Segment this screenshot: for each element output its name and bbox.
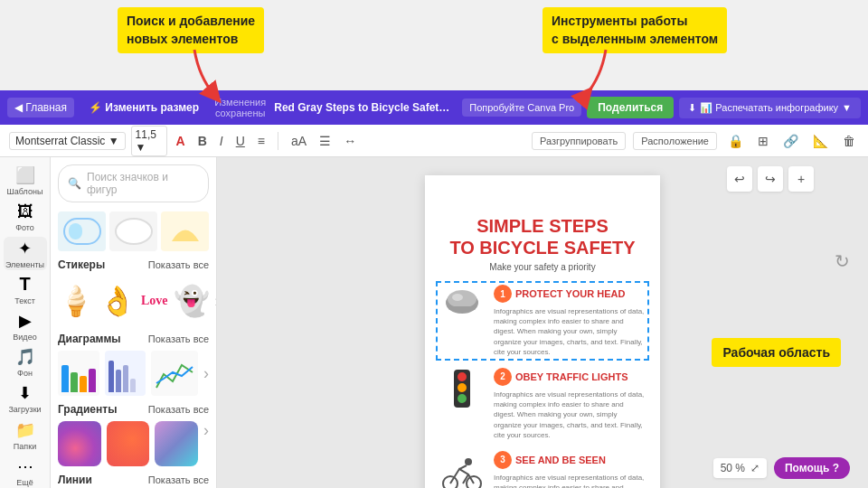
- share-button[interactable]: Поделиться: [587, 97, 674, 118]
- sidebar-item-video[interactable]: ▶ Видео: [4, 310, 47, 343]
- canvas-area: ↩ ↪ + SIMPLE STEPS TO BICYCLE SAFETY Mak…: [217, 157, 868, 488]
- gradient-2[interactable]: [107, 421, 150, 466]
- chart-line[interactable]: [151, 351, 198, 396]
- sidebar-item-uploads[interactable]: ⬇ Загрузки: [4, 382, 47, 415]
- case-button[interactable]: aA: [288, 132, 310, 150]
- gradient-3[interactable]: [155, 421, 198, 466]
- stickers-show-all[interactable]: Показать все: [148, 259, 209, 270]
- font-size-input[interactable]: 11,5 ▼: [131, 126, 167, 156]
- step-1-icon: [439, 285, 485, 317]
- underline-button[interactable]: U: [232, 132, 249, 150]
- sidebar-item-templates[interactable]: ⬜ Шаблоны: [4, 164, 47, 197]
- step-2[interactable]: 2 OBEY TRAFFIC LIGHTS Infographics are v…: [439, 368, 646, 440]
- arrow-left-svg: [167, 50, 222, 99]
- annotation-area: Поиск и добавление новых элементов Инстр…: [0, 0, 868, 90]
- saved-status: Изменения сохранены: [213, 97, 267, 118]
- step-1-title: 1 PROTECT YOUR HEAD: [494, 285, 646, 303]
- download-icon: ⬇: [688, 102, 696, 114]
- sidebar-item-photos[interactable]: 🖼 Фото: [4, 201, 47, 233]
- step-2-content: 2 OBEY TRAFFIC LIGHTS Infographics are v…: [494, 368, 646, 440]
- annotation-left: Поиск и добавление новых элементов: [118, 7, 264, 53]
- undo-button[interactable]: ↩: [727, 166, 752, 192]
- step-2-desc: Infographics are visual representations …: [494, 389, 646, 440]
- annotation-right: Инструменты работы с выделенным элементо…: [542, 7, 727, 53]
- stickers-scroll-right[interactable]: ›: [215, 292, 216, 311]
- sidebar-item-background[interactable]: 🎵 Фон: [4, 346, 47, 379]
- preview-shapes-row: [58, 211, 209, 251]
- step-3-title: 3 SEE AND BE SEEN: [494, 451, 646, 469]
- charts-section-header: Диаграммы Показать все: [58, 333, 209, 345]
- try-canva-button[interactable]: Попробуйте Canva Pro: [462, 99, 581, 117]
- sidebar-item-text[interactable]: T Текст: [4, 274, 47, 306]
- position-icon[interactable]: 📐: [809, 132, 832, 150]
- left-panel: ⬜ Шаблоны 🖼 Фото ✦ Элементы T Текст: [0, 157, 217, 488]
- sticker-ok[interactable]: 👌: [99, 277, 136, 325]
- link-icon[interactable]: 🔗: [779, 132, 802, 150]
- help-button[interactable]: Помощь ?: [774, 457, 850, 479]
- gradients-section-header: Градиенты Показать все: [58, 403, 209, 416]
- bold-button[interactable]: B: [194, 132, 211, 150]
- gradients-show-all[interactable]: Показать все: [148, 404, 209, 415]
- sidebar-item-folders[interactable]: 📁 Папки: [4, 419, 47, 452]
- sidebar-item-more[interactable]: ⋯ Ещё: [4, 455, 47, 488]
- zoom-control[interactable]: 50 % ⤢: [713, 458, 767, 478]
- lines-show-all[interactable]: Показать все: [148, 474, 209, 485]
- gradients-scroll-right[interactable]: ›: [203, 421, 209, 466]
- crop-icon[interactable]: ⊞: [754, 132, 772, 150]
- charts-scroll-right[interactable]: ›: [203, 364, 209, 383]
- toolbar-separator-1: [278, 132, 278, 150]
- sidebar: ⬜ Шаблоны 🖼 Фото ✦ Элементы T Текст: [0, 157, 51, 488]
- charts-row: ›: [58, 351, 209, 396]
- add-page-button[interactable]: +: [788, 166, 814, 192]
- sidebar-item-elements[interactable]: ✦ Элементы: [4, 237, 47, 269]
- step-3[interactable]: 3 SEE AND BE SEEN Infographics are visua…: [439, 451, 646, 488]
- preview-shape-1[interactable]: [58, 211, 106, 251]
- sticker-ghost[interactable]: 👻: [174, 277, 210, 325]
- svg-point-9: [458, 383, 467, 392]
- home-button[interactable]: ◀ Главная: [7, 98, 74, 117]
- sticker-love[interactable]: Love: [141, 277, 168, 325]
- sticker-icecream[interactable]: 🍦: [58, 277, 94, 325]
- redo-button[interactable]: ↪: [758, 166, 783, 192]
- preview-shape-3[interactable]: [161, 211, 209, 251]
- infographic-canvas[interactable]: SIMPLE STEPS TO BICYCLE SAFETY Make your…: [425, 175, 660, 488]
- navbar: ◀ Главная ⚡ Изменить размер Изменения со…: [0, 90, 868, 125]
- align-button[interactable]: ≡: [254, 132, 269, 150]
- italic-button[interactable]: I: [216, 132, 227, 150]
- step-2-icon: [439, 368, 485, 409]
- step-1[interactable]: 1 PROTECT YOUR HEAD Infographics are vis…: [439, 285, 646, 357]
- svg-rect-1: [69, 223, 82, 239]
- svg-point-6: [452, 294, 463, 301]
- list-button[interactable]: ☰: [316, 132, 335, 150]
- step-1-desc: Infographics are visual representations …: [494, 306, 646, 357]
- stickers-row: 🍦 👌 Love 👻 ›: [58, 277, 209, 325]
- toolbar-right: Разгруппировать Расположение 🔒 ⊞ 🔗 📐 🗑: [532, 132, 859, 150]
- svg-point-2: [116, 219, 152, 244]
- chart-bar-1[interactable]: [58, 351, 99, 396]
- workspace-callout: Рабочая область: [712, 338, 841, 367]
- lock-icon[interactable]: 🔒: [724, 132, 747, 150]
- svg-rect-5: [448, 306, 476, 310]
- bottom-bar: 50 % ⤢ Помощь ?: [713, 457, 850, 479]
- font-selector[interactable]: Montserrat Classic ▼: [9, 132, 126, 150]
- print-button[interactable]: ⬇ 📊 Распечатать инфографику ▼: [679, 98, 861, 118]
- chart-bar-2[interactable]: [105, 351, 146, 396]
- layout-button[interactable]: Расположение: [633, 132, 717, 150]
- arrow-right-svg: [579, 50, 633, 99]
- app-container: ◀ Главная ⚡ Изменить размер Изменения со…: [0, 90, 868, 488]
- gradient-1[interactable]: [58, 421, 101, 466]
- text-color-button[interactable]: A: [173, 132, 189, 150]
- resize-button[interactable]: ⚡ Изменить размер: [81, 98, 206, 117]
- formatting-toolbar: Montserrat Classic ▼ 11,5 ▼ A B I U ≡ aA…: [0, 125, 868, 157]
- spacing-button[interactable]: ↔: [340, 132, 360, 150]
- step-1-content: 1 PROTECT YOUR HEAD Infographics are vis…: [494, 285, 646, 357]
- document-title: Red Gray Steps to Bicycle Safety Infogra…: [274, 101, 455, 114]
- step-3-desc: Infographics are visual representations …: [494, 473, 646, 488]
- ungroup-button[interactable]: Разгруппировать: [532, 132, 626, 150]
- preview-shape-2[interactable]: [109, 211, 157, 251]
- expand-icon[interactable]: ⤢: [750, 462, 760, 474]
- refresh-button[interactable]: ↻: [835, 250, 850, 272]
- search-elements-box[interactable]: 🔍 Поиск значков и фигур: [58, 164, 209, 202]
- charts-show-all[interactable]: Показать все: [148, 333, 209, 344]
- trash-icon[interactable]: 🗑: [839, 132, 859, 150]
